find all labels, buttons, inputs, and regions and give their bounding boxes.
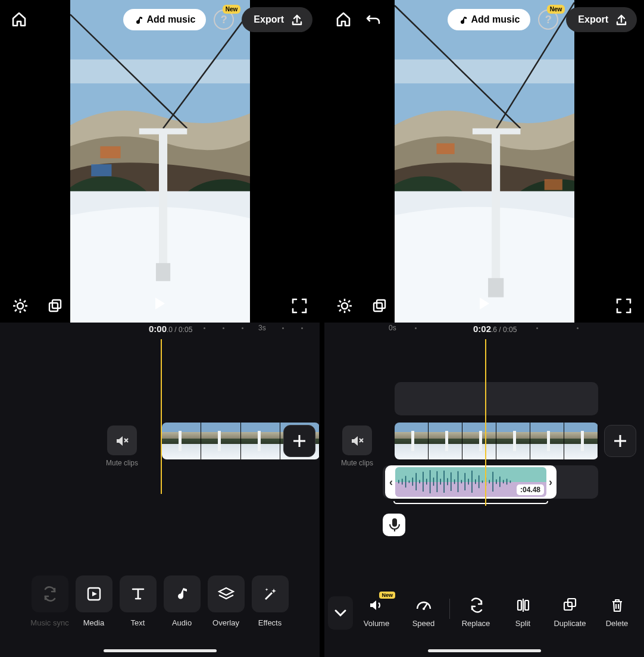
tick-label: 3s — [258, 324, 266, 332]
clip-toolbar: New Volume Speed Replace Split Duplicate… — [324, 596, 644, 630]
play-button[interactable] — [148, 292, 172, 315]
time-total: .6 / 0:05 — [491, 326, 517, 334]
audio-range-indicator — [393, 501, 548, 504]
timeline-ruler[interactable]: 0:00.0 / 0:05 3s — [0, 323, 320, 339]
timeline-body[interactable]: Mute clips — [0, 339, 320, 565]
upload-icon — [614, 13, 627, 26]
effects-icon — [262, 586, 279, 602]
speed-icon — [415, 597, 433, 614]
tool-speed[interactable]: Speed — [400, 596, 447, 628]
svg-rect-34 — [159, 132, 167, 270]
undo-button[interactable] — [361, 8, 385, 32]
divider — [449, 599, 450, 619]
tool-audio[interactable]: Audio — [162, 575, 202, 627]
export-button[interactable]: Export — [242, 7, 312, 32]
text-icon — [130, 586, 146, 602]
mute-clips-label: Mute clips — [333, 459, 381, 467]
video-clip[interactable] — [395, 423, 598, 459]
compare-button[interactable] — [367, 294, 391, 318]
mute-clips-button[interactable] — [342, 426, 372, 455]
compare-button[interactable] — [43, 294, 67, 318]
home-indicator — [428, 649, 541, 652]
playhead[interactable] — [161, 339, 162, 494]
help-button[interactable]: ? New — [212, 8, 236, 32]
add-clip-button[interactable] — [283, 425, 315, 457]
new-badge: New — [223, 5, 241, 14]
time-current: 0:00 — [149, 324, 167, 334]
media-icon — [86, 586, 102, 602]
tool-music-sync: Music sync — [30, 575, 70, 627]
add-music-label: Add music — [147, 14, 196, 25]
home-indicator — [104, 649, 217, 652]
music-note-icon — [134, 15, 142, 24]
mute-clips-button[interactable] — [107, 426, 137, 455]
tool-replace[interactable]: Replace — [452, 596, 499, 628]
settings-button[interactable] — [8, 294, 32, 318]
playhead[interactable] — [485, 339, 486, 506]
tool-media[interactable]: Media — [74, 575, 114, 627]
screen-left: Add music ? New Export 0:00.0 / 0:05 3s — [0, 0, 320, 657]
svg-rect-46 — [492, 132, 500, 284]
settings-button[interactable] — [333, 294, 357, 318]
add-music-button[interactable]: Add music — [448, 9, 531, 30]
svg-rect-48 — [436, 143, 454, 154]
replace-icon — [468, 597, 484, 614]
audio-duration: :04.48 — [517, 484, 544, 495]
mic-icon — [386, 517, 402, 533]
preview-area: Add music ? New Export — [324, 0, 644, 323]
volume-icon — [368, 597, 385, 614]
tool-overlay[interactable]: Overlay — [206, 575, 246, 627]
timeline-body[interactable]: Mute clips ‹ — [324, 339, 644, 583]
video-frame — [70, 0, 250, 323]
svg-rect-49 — [545, 179, 562, 190]
add-music-label: Add music — [471, 14, 520, 25]
music-note-icon — [458, 15, 467, 24]
svg-rect-39 — [395, 60, 574, 83]
fullscreen-button[interactable] — [287, 294, 311, 318]
audio-icon — [174, 586, 190, 602]
time-current: 0:02 — [473, 324, 491, 334]
audio-clip[interactable]: ‹ — [385, 465, 557, 499]
timeline-ruler[interactable]: 0s 0:02.6 / 0:05 — [324, 323, 644, 339]
tool-duplicate[interactable]: Duplicate — [546, 596, 593, 628]
home-button[interactable] — [332, 8, 355, 32]
svg-rect-35 — [156, 263, 170, 281]
export-label: Export — [254, 14, 284, 25]
new-badge: New — [547, 5, 565, 14]
svg-rect-27 — [70, 60, 250, 83]
tool-delete[interactable]: Delete — [593, 596, 640, 628]
svg-rect-36 — [100, 146, 120, 158]
new-badge: New — [379, 592, 395, 599]
split-icon — [515, 597, 532, 614]
export-button[interactable]: Export — [566, 7, 637, 32]
preview-area: Add music ? New Export — [0, 0, 320, 323]
play-button[interactable] — [473, 292, 496, 315]
upload-icon — [290, 13, 303, 26]
video-frame — [395, 0, 574, 323]
voiceover-button[interactable] — [383, 514, 405, 536]
bottom-toolbar: Music sync Media Text Audio Overlay Effe… — [0, 575, 320, 627]
add-clip-button[interactable] — [604, 425, 636, 457]
home-button[interactable] — [7, 8, 31, 32]
time-total: .0 / 0:05 — [167, 326, 192, 334]
tool-volume[interactable]: New Volume — [353, 596, 400, 628]
screen-right: Add music ? New Export 0s 0:02.6 / 0:05 — [324, 0, 644, 657]
overlay-track[interactable] — [395, 382, 598, 415]
tick-label: 0s — [389, 324, 396, 332]
delete-icon — [609, 597, 626, 614]
sync-icon — [42, 586, 58, 602]
tool-split[interactable]: Split — [499, 596, 546, 628]
trim-handle-left[interactable]: ‹ — [387, 467, 395, 497]
duplicate-icon — [562, 597, 579, 614]
collapse-toolbar-button[interactable] — [328, 596, 353, 630]
add-music-button[interactable]: Add music — [123, 9, 207, 30]
fullscreen-button[interactable] — [612, 294, 636, 318]
tool-effects[interactable]: Effects — [250, 575, 290, 627]
export-label: Export — [578, 14, 608, 25]
trim-handle-right[interactable]: › — [546, 467, 555, 497]
help-button[interactable]: ? New — [536, 8, 560, 32]
mute-clips-label: Mute clips — [98, 459, 146, 467]
tool-text[interactable]: Text — [118, 575, 158, 627]
overlay-icon — [218, 586, 235, 602]
chevron-down-icon — [333, 606, 348, 620]
